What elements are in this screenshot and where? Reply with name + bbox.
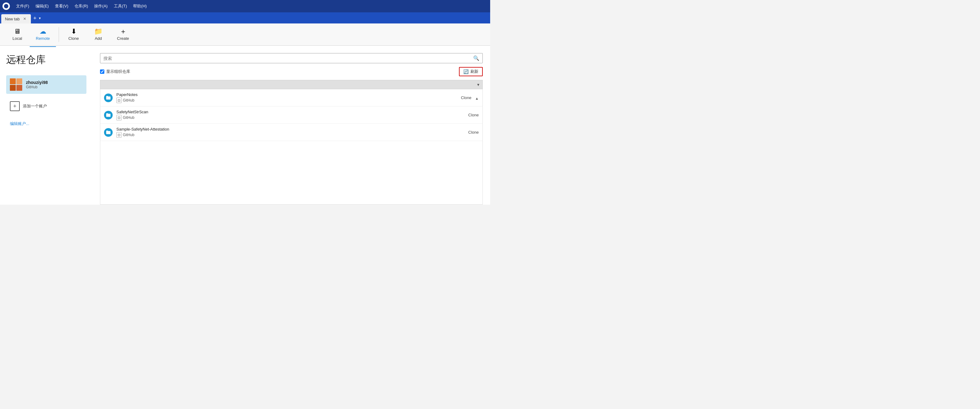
toolbar-divider — [59, 27, 59, 42]
tab-new[interactable]: New tab ✕ — [1, 14, 31, 24]
toolbar-add-button[interactable]: 📁 Add — [86, 25, 111, 45]
page-title: 远程仓库 — [6, 53, 86, 67]
repo-info: SafetyNetStrScan ⊡ GitHub — [116, 110, 465, 120]
list-item[interactable]: SafetyNetStrScan ⊡ GitHub Clone — [100, 107, 482, 124]
repo-source: ⊡ GitHub — [116, 115, 465, 120]
repo-info: Sample-SafetyNet-Attestation ⊡ GitHub — [116, 127, 465, 138]
account-name: zhouziyi98 — [26, 80, 48, 85]
toolbar-local-button[interactable]: 🖥 Local — [5, 25, 30, 45]
menu-file[interactable]: 文件(F) — [14, 2, 32, 10]
repo-name: SafetyNetStrScan — [116, 110, 465, 114]
add-account-button[interactable]: + 添加一个账户 — [6, 99, 86, 114]
toolbar: 🖥 Local ☁ Remote ⬇ Clone 📁 Add ＋ Create — [0, 24, 490, 46]
show-org-repos-label: 显示组织仓库 — [106, 69, 130, 75]
folder-icon: 📁 — [94, 28, 102, 35]
repo-icon — [104, 94, 113, 102]
add-label: Add — [95, 36, 102, 41]
account-info: zhouziyi98 GitHub — [26, 80, 48, 89]
cloud-icon: ☁ — [40, 28, 46, 35]
avatar — [10, 78, 22, 91]
edit-accounts-link[interactable]: 编辑账户... — [6, 120, 86, 128]
filter-row: 显示组织仓库 🔄 刷新 — [100, 67, 483, 76]
github-source-icon: ⊡ — [116, 115, 122, 120]
repo-source-label: GitHub — [123, 133, 134, 137]
repo-list: PaperNotes ⊡ GitHub Clone ▲ SafetyNetSt — [100, 89, 483, 205]
account-type: GitHub — [26, 85, 48, 89]
repo-source: ⊡ GitHub — [116, 97, 457, 103]
tab-bar: New tab ✕ + ▾ — [0, 12, 490, 24]
search-box: 🔍 — [100, 53, 483, 63]
tab-add-button[interactable]: + — [31, 16, 39, 21]
repo-name: PaperNotes — [116, 92, 457, 97]
repo-info: PaperNotes ⊡ GitHub — [116, 92, 457, 103]
menu-view[interactable]: 查看(V) — [52, 2, 71, 10]
left-panel: 远程仓库 zhouziyi98 GitHub + 添加一个账户 编辑账户... — [0, 46, 92, 205]
repo-icon — [104, 111, 113, 119]
menu-bar: 文件(F) 编辑(E) 查看(V) 仓库(R) 操作(A) 工具(T) 帮助(H… — [14, 2, 149, 10]
plus-icon: ＋ — [120, 28, 127, 35]
repo-source-label: GitHub — [123, 115, 134, 120]
filter-dropdown[interactable]: ▾ — [100, 80, 483, 89]
download-icon: ⬇ — [71, 28, 76, 35]
title-bar: 文件(F) 编辑(E) 查看(V) 仓库(R) 操作(A) 工具(T) 帮助(H… — [0, 0, 490, 12]
clone-button[interactable]: Clone — [461, 95, 471, 100]
list-item[interactable]: Sample-SafetyNet-Attestation ⊡ GitHub Cl… — [100, 124, 482, 141]
right-panel: 🔍 显示组织仓库 🔄 刷新 ▾ PaperNotes — [92, 46, 490, 205]
search-input[interactable] — [103, 56, 473, 61]
local-label: Local — [12, 36, 22, 41]
add-icon: + — [10, 101, 20, 111]
menu-repo[interactable]: 仓库(R) — [72, 2, 91, 10]
add-account-label: 添加一个账户 — [23, 103, 47, 109]
toolbar-clone-button[interactable]: ⬇ Clone — [61, 25, 86, 45]
folder-repo-icon — [106, 130, 111, 135]
refresh-icon: 🔄 — [463, 69, 469, 74]
refresh-label: 刷新 — [470, 69, 479, 75]
create-label: Create — [117, 36, 129, 41]
tab-close-icon[interactable]: ✕ — [22, 16, 27, 21]
github-source-icon: ⊡ — [116, 132, 122, 138]
toolbar-remote-button[interactable]: ☁ Remote — [30, 25, 56, 45]
clone-button[interactable]: Clone — [468, 130, 479, 135]
repo-source: ⊡ GitHub — [116, 132, 465, 138]
search-icon: 🔍 — [473, 55, 479, 61]
menu-help[interactable]: 帮助(H) — [130, 2, 149, 10]
clone-button[interactable]: Clone — [468, 113, 479, 117]
menu-action[interactable]: 操作(A) — [92, 2, 110, 10]
folder-repo-icon — [106, 95, 111, 100]
clone-label: Clone — [68, 36, 79, 41]
remote-label: Remote — [36, 36, 50, 41]
chevron-down-icon: ▾ — [477, 82, 479, 87]
app-logo — [2, 2, 10, 10]
tab-label: New tab — [5, 17, 20, 21]
tab-dropdown-icon[interactable]: ▾ — [39, 16, 41, 21]
repo-icon — [104, 128, 113, 137]
folder-repo-icon — [106, 113, 111, 118]
monitor-icon: 🖥 — [14, 28, 21, 35]
org-repos-checkbox-input[interactable] — [100, 70, 104, 74]
account-item[interactable]: zhouziyi98 GitHub — [6, 75, 86, 94]
repo-name: Sample-SafetyNet-Attestation — [116, 127, 465, 132]
main-content: 远程仓库 zhouziyi98 GitHub + 添加一个账户 编辑账户... … — [0, 46, 490, 205]
toolbar-create-button[interactable]: ＋ Create — [111, 25, 135, 45]
refresh-button[interactable]: 🔄 刷新 — [459, 67, 483, 76]
repo-source-label: GitHub — [123, 98, 134, 102]
scrollbar-up[interactable]: ▲ — [475, 95, 479, 100]
menu-tools[interactable]: 工具(T) — [111, 2, 130, 10]
scroll-up-icon: ▲ — [475, 96, 479, 100]
menu-edit[interactable]: 编辑(E) — [33, 2, 51, 10]
github-source-icon: ⊡ — [116, 97, 122, 103]
list-item[interactable]: PaperNotes ⊡ GitHub Clone ▲ — [100, 89, 482, 107]
show-org-repos-checkbox[interactable]: 显示组织仓库 — [100, 69, 130, 75]
